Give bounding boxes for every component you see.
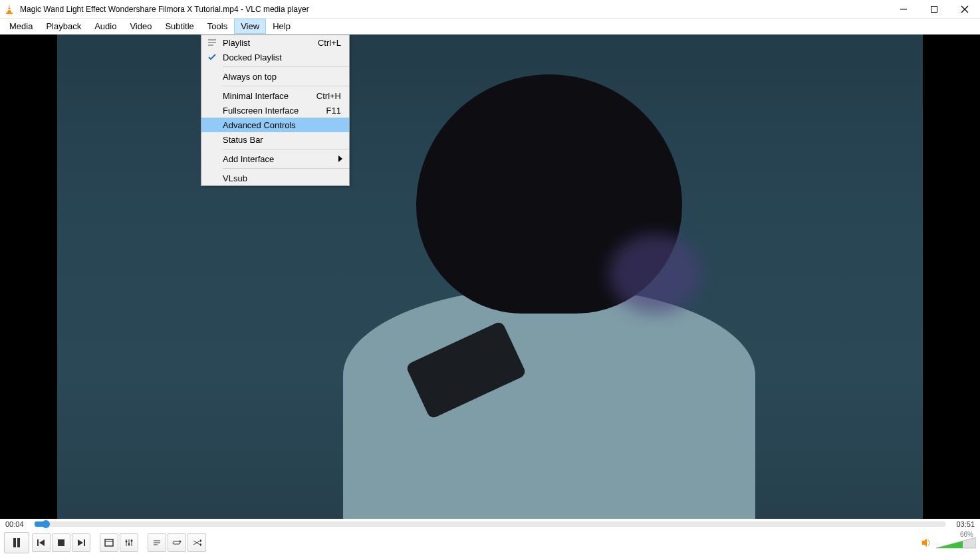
svg-rect-18 <box>84 539 85 546</box>
menu-tools[interactable]: Tools <box>201 19 234 34</box>
svg-marker-31 <box>200 539 201 542</box>
svg-marker-32 <box>200 543 201 546</box>
svg-marker-11 <box>338 155 342 162</box>
total-time: 03:51 <box>951 520 975 528</box>
svg-rect-14 <box>37 539 39 546</box>
menu-audio[interactable]: Audio <box>88 19 123 34</box>
check-icon <box>201 53 223 61</box>
menu-separator <box>223 168 349 169</box>
stop-button[interactable] <box>52 533 70 552</box>
svg-marker-30 <box>180 540 182 543</box>
menu-separator <box>223 66 349 67</box>
menu-item-playlist[interactable]: Playlist Ctrl+L <box>201 35 349 50</box>
view-dropdown: Playlist Ctrl+L Docked Playlist Always o… <box>201 35 350 186</box>
playback-controls: 66% <box>0 529 980 556</box>
svg-rect-1 <box>6 13 13 14</box>
svg-marker-15 <box>39 539 45 546</box>
menu-subtitle[interactable]: Subtitle <box>158 19 200 34</box>
current-time: 00:04 <box>5 520 29 528</box>
svg-rect-2 <box>8 7 11 7</box>
window-titlebar: Magic Wand Light Effect Wondershare Film… <box>0 0 980 19</box>
speaker-icon[interactable] <box>921 538 932 547</box>
loop-button[interactable] <box>168 533 186 552</box>
vlc-cone-icon <box>4 4 15 15</box>
minimize-button[interactable] <box>888 0 919 19</box>
menu-separator <box>223 149 349 149</box>
menu-item-add-interface[interactable]: Add Interface <box>201 151 349 166</box>
shuffle-button[interactable] <box>187 533 206 552</box>
next-button[interactable] <box>72 533 90 552</box>
svg-rect-5 <box>931 6 937 12</box>
svg-marker-17 <box>78 539 83 546</box>
svg-rect-16 <box>58 539 64 546</box>
menu-view[interactable]: View <box>234 19 266 34</box>
menu-help[interactable]: Help <box>266 19 297 34</box>
seekbar-knob[interactable] <box>42 520 50 528</box>
extended-settings-button[interactable] <box>120 533 138 552</box>
svg-marker-0 <box>7 5 11 13</box>
toggle-playlist-button[interactable] <box>148 533 166 552</box>
svg-point-25 <box>128 543 130 545</box>
svg-rect-19 <box>105 539 113 546</box>
maximize-button[interactable] <box>919 0 949 19</box>
menu-playback[interactable]: Playback <box>39 19 88 34</box>
svg-rect-13 <box>17 538 20 547</box>
window-controls <box>888 0 980 19</box>
submenu-arrow-icon <box>338 155 344 162</box>
menubar: Media Playback Audio Video Subtitle Tool… <box>0 19 980 35</box>
playlist-icon <box>201 39 223 46</box>
fullscreen-button[interactable] <box>100 533 118 552</box>
menu-item-vlsub[interactable]: VLsub <box>201 171 349 185</box>
seekbar[interactable] <box>35 521 945 527</box>
pause-button[interactable] <box>4 532 29 553</box>
volume-area: 66% <box>921 536 976 549</box>
video-frame <box>57 35 923 519</box>
menu-item-docked-playlist[interactable]: Docked Playlist <box>201 50 349 64</box>
menu-item-fullscreen-interface[interactable]: Fullscreen Interface F11 <box>201 103 349 118</box>
window-title: Magic Wand Light Effect Wondershare Film… <box>20 5 888 14</box>
menu-item-always-on-top[interactable]: Always on top <box>201 69 349 84</box>
menu-item-advanced-controls[interactable]: Advanced Controls <box>201 118 349 132</box>
svg-marker-33 <box>922 539 927 547</box>
previous-button[interactable] <box>32 533 51 552</box>
close-button[interactable] <box>949 0 980 19</box>
menu-media[interactable]: Media <box>3 19 39 34</box>
menu-video[interactable]: Video <box>123 19 158 34</box>
svg-point-26 <box>131 540 133 542</box>
menu-separator <box>223 86 349 86</box>
menu-item-minimal-interface[interactable]: Minimal Interface Ctrl+H <box>201 88 349 103</box>
svg-point-24 <box>126 541 128 543</box>
svg-rect-12 <box>13 538 16 547</box>
seekbar-row: 00:04 03:51 <box>0 519 980 529</box>
video-area[interactable] <box>0 35 980 519</box>
menu-item-status-bar[interactable]: Status Bar <box>201 132 349 147</box>
volume-slider[interactable] <box>936 536 976 549</box>
svg-rect-3 <box>8 9 11 10</box>
